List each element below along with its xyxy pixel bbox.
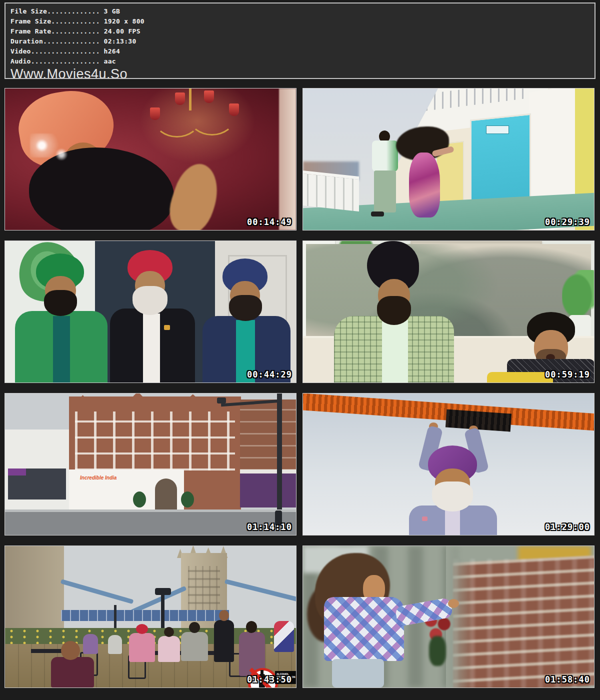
scene-hanging-from-pipe: [303, 394, 594, 535]
info-label: Frame Rate: [10, 28, 51, 35]
lamp-shade: [175, 92, 185, 105]
man-shoe: [371, 212, 384, 216]
suspension-cable: [224, 579, 296, 602]
man-head: [189, 622, 200, 633]
jeans: [332, 659, 384, 688]
beard: [44, 290, 77, 316]
timestamp: 00:44:29: [247, 370, 292, 380]
scene-london-street: Incredible India: [5, 394, 296, 535]
man-grey-hoodie: [181, 632, 208, 661]
screenshot-2: 00:29:39: [302, 88, 594, 230]
door-number-plate: [486, 126, 509, 134]
mint-shirt: [382, 320, 408, 382]
info-label: Duration: [10, 38, 43, 45]
info-dots: ..............: [43, 38, 100, 45]
info-label: Audio: [10, 58, 31, 65]
info-dots: .............: [47, 8, 100, 15]
waiter-head: [219, 610, 229, 621]
pocket-square: [422, 516, 428, 521]
man-pants: [374, 170, 396, 212]
suspension-cable: [60, 579, 134, 604]
info-label: File Size: [10, 8, 47, 15]
stone-pillar: [5, 546, 64, 632]
plant-stems: [429, 636, 446, 666]
timestamp: 01:58:40: [545, 674, 590, 684]
lamp-shade: [204, 90, 214, 103]
info-dots: ............: [51, 28, 100, 35]
screenshot-8: 01:58:40: [302, 546, 594, 688]
screenshot-4: 00:59:19: [302, 240, 594, 383]
site-watermark: Www.Movies4u.So: [10, 67, 594, 79]
seated-person: [83, 634, 98, 654]
seated-person: [108, 635, 122, 654]
door-frame: [279, 88, 296, 230]
scene-red-room: [5, 88, 296, 230]
shirt: [445, 510, 460, 535]
screenshot-3: 00:44:29: [4, 240, 296, 383]
purple-sign: [8, 468, 26, 476]
bridge-deck: [61, 610, 229, 621]
beard: [377, 296, 411, 325]
info-value: h264: [100, 48, 120, 55]
info-value: 24.00 FPS: [100, 28, 140, 35]
pocket-square: [164, 325, 170, 330]
info-line-frame-rate: Frame Rate............24.00 FPS: [10, 26, 594, 36]
info-line-duration: Duration..............02:13:30: [10, 36, 594, 46]
media-info-panel: File Size.............3 GB Frame Size...…: [4, 2, 596, 79]
lamp-shade: [229, 104, 239, 116]
info-label: Frame Size: [10, 18, 51, 25]
scene-running-woman: [303, 546, 594, 688]
teal-shirt: [53, 316, 70, 382]
screenshot-5: Incredible India 01:14:10: [4, 393, 296, 536]
seated-woman: [158, 636, 180, 662]
monstera-plant: [562, 270, 594, 322]
right-brick-building: [240, 400, 296, 470]
yellow-blanket: [487, 372, 553, 382]
woman-head: [246, 621, 257, 633]
white-beard: [432, 482, 473, 512]
info-value: aac: [100, 58, 116, 65]
scene-beach-huts: [303, 88, 594, 230]
scene-three-turbans: [5, 241, 296, 382]
info-line-video: Video.................h264: [10, 46, 594, 56]
woman-head: [164, 627, 174, 637]
entrance-arch: [155, 478, 177, 510]
topiary-tree: [133, 492, 146, 508]
beard: [229, 295, 262, 321]
lamp-head: [155, 588, 171, 595]
timestamp: 01:43:50: [247, 674, 292, 684]
info-value: 02:13:30: [100, 38, 136, 45]
tower-windows: [188, 566, 220, 612]
topiary-tree: [181, 492, 194, 508]
info-dots: ............: [51, 18, 100, 25]
man-pink-jacket: [129, 633, 155, 662]
street-pole: [277, 394, 282, 520]
screenshot-7: ALCOHOL CONSUMPTION IS INJURI 01:43:50: [4, 546, 296, 688]
red-turban: [136, 624, 148, 634]
info-line-audio: Audio.................aac: [10, 56, 594, 66]
woman-dress: [409, 152, 440, 218]
timestamp: 00:59:19: [545, 370, 590, 380]
info-value: 1920 x 800: [100, 18, 144, 25]
info-dots: .................: [31, 58, 100, 65]
man-maroon-shirt: [51, 657, 94, 688]
argyle-top: [324, 597, 404, 661]
scene-living-room: [303, 241, 594, 382]
info-line-frame-size: Frame Size............1920 x 800: [10, 16, 594, 26]
info-label: Video: [10, 48, 31, 55]
timestamp: 01:14:10: [247, 522, 292, 532]
man-jacket: [372, 140, 398, 172]
timestamp: 01:29:00: [545, 522, 590, 532]
lamp-shade: [150, 108, 160, 120]
timestamp: 00:14:49: [247, 217, 292, 227]
screenshot-1: 00:14:49: [4, 88, 296, 230]
motion-streaks: [453, 559, 594, 688]
white-shirt: [143, 314, 160, 382]
hand: [448, 599, 459, 608]
screenshot-grid: 00:14:49 00:29:39: [4, 88, 596, 688]
window-grid: [75, 412, 235, 470]
info-value: 3 GB: [100, 8, 120, 15]
screenshot-6: 01:29:00: [302, 393, 594, 536]
chandelier-arm: [189, 100, 235, 136]
purple-shop: [240, 470, 296, 508]
